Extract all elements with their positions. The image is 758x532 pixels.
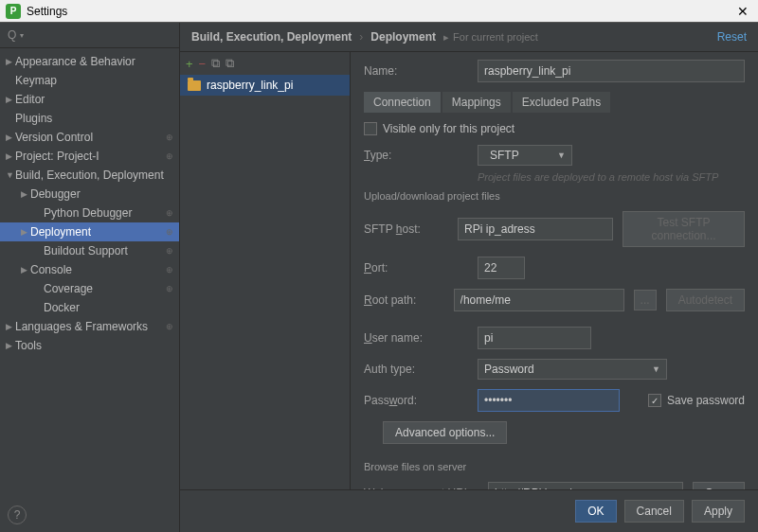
- auth-value: Password: [484, 363, 534, 376]
- sidebar-item[interactable]: Build, Execution, Deployment: [0, 166, 179, 185]
- tree-arrow-icon: [6, 170, 15, 180]
- sidebar-item-label: Python Debugger: [44, 206, 166, 220]
- sidebar-item-label: Plugins: [15, 112, 173, 125]
- pass-label: Password:: [364, 394, 468, 407]
- server-item[interactable]: raspberry_link_pi: [180, 75, 350, 96]
- sidebar-item-label: Keymap: [15, 74, 173, 87]
- save-password-label: Save password: [667, 394, 745, 407]
- visible-only-label: Visible only for this project: [383, 122, 514, 135]
- breadcrumb-current: Deployment: [370, 30, 436, 44]
- tab-excluded[interactable]: Excluded Paths: [513, 92, 610, 113]
- tabs: Connection Mappings Excluded Paths: [364, 92, 745, 113]
- app-icon: P: [6, 4, 21, 19]
- folder-icon: [188, 80, 201, 91]
- project-scope-icon: ⊕: [166, 208, 173, 218]
- sidebar-item[interactable]: Version Control⊕: [0, 128, 179, 147]
- tab-mappings[interactable]: Mappings: [442, 92, 511, 113]
- ok-button[interactable]: OK: [575, 500, 616, 523]
- sidebar-item-label: Debugger: [30, 187, 173, 201]
- sidebar-item[interactable]: Plugins: [0, 109, 179, 128]
- host-input[interactable]: [458, 218, 613, 240]
- sidebar-item[interactable]: Appearance & Behavior: [0, 52, 179, 71]
- apply-button[interactable]: Apply: [692, 500, 745, 523]
- browse-button[interactable]: ...: [634, 290, 657, 310]
- root-input[interactable]: [454, 289, 624, 311]
- sidebar-item[interactable]: Project: Project-I⊕: [0, 147, 179, 166]
- project-scope-icon: ⊕: [166, 246, 173, 256]
- sidebar-item[interactable]: Keymap: [0, 71, 179, 90]
- auth-select[interactable]: Password ▼: [478, 359, 667, 380]
- sidebar-item[interactable]: Python Debugger⊕: [0, 204, 179, 222]
- type-label: Type:: [364, 149, 468, 162]
- root-label: Root path:: [364, 293, 444, 307]
- scope-hint: ▸For current project: [443, 31, 538, 44]
- copy-icon[interactable]: ⧉: [211, 56, 220, 71]
- cancel-button[interactable]: Cancel: [624, 500, 684, 523]
- user-input[interactable]: [478, 327, 591, 349]
- type-value: SFTP: [490, 149, 519, 162]
- sidebar-item-label: Docker: [44, 301, 173, 314]
- advanced-options-button[interactable]: Advanced options...: [383, 421, 507, 444]
- open-button[interactable]: Open: [693, 482, 745, 489]
- server-item-label: raspberry_link_pi: [207, 79, 293, 92]
- web-url-input[interactable]: [488, 482, 683, 489]
- sidebar-item[interactable]: Docker: [0, 298, 179, 317]
- remove-icon[interactable]: −: [199, 57, 207, 71]
- checkbox-icon: [364, 122, 377, 135]
- sidebar: Q▾ Appearance & BehaviorKeymapEditorPlug…: [0, 23, 180, 532]
- sidebar-item[interactable]: Deployment⊕: [0, 222, 179, 241]
- reset-link[interactable]: Reset: [717, 30, 747, 44]
- window-title: Settings: [27, 5, 733, 18]
- sidebar-item-label: Coverage: [44, 282, 166, 295]
- project-scope-icon: ⊕: [166, 265, 173, 275]
- test-connection-button[interactable]: Test SFTP connection...: [623, 211, 745, 247]
- sidebar-item-label: Appearance & Behavior: [15, 55, 173, 68]
- sidebar-item-label: Deployment: [30, 225, 166, 239]
- project-scope-icon: ⊕: [166, 227, 173, 237]
- paste-icon[interactable]: ⧉: [226, 56, 234, 71]
- sidebar-item[interactable]: Tools: [0, 336, 179, 355]
- chevron-down-icon: ▼: [557, 151, 566, 160]
- name-label: Name:: [364, 64, 468, 78]
- sidebar-item[interactable]: Languages & Frameworks⊕: [0, 317, 179, 336]
- tree-arrow-icon: [21, 227, 30, 237]
- help-button[interactable]: ?: [8, 505, 27, 524]
- sidebar-item[interactable]: Coverage⊕: [0, 279, 179, 298]
- close-icon[interactable]: ✕: [733, 4, 752, 19]
- port-input[interactable]: [478, 257, 525, 279]
- section-upload: Upload/download project files: [364, 190, 745, 202]
- server-list-panel: + − ⧉ ⧉ raspberry_link_pi: [180, 52, 351, 489]
- sidebar-item-label: Project: Project-I: [15, 150, 166, 163]
- auth-label: Auth type:: [364, 363, 468, 376]
- name-input[interactable]: [478, 60, 745, 82]
- type-select[interactable]: SFTP ▼: [478, 145, 572, 166]
- tree-arrow-icon: [6, 95, 15, 104]
- sidebar-item[interactable]: Buildout Support⊕: [0, 241, 179, 260]
- sidebar-item-label: Languages & Frameworks: [15, 320, 166, 333]
- section-browse: Browse files on server: [364, 461, 745, 472]
- server-toolbar: + − ⧉ ⧉: [180, 52, 350, 75]
- tree-arrow-icon: [6, 151, 15, 161]
- password-input[interactable]: [478, 389, 620, 412]
- project-scope-icon: ⊕: [166, 151, 173, 161]
- project-scope-icon: ⊕: [166, 133, 173, 142]
- autodetect-button[interactable]: Autodetect: [666, 289, 745, 311]
- sidebar-item-label: Build, Execution, Deployment: [15, 168, 173, 182]
- breadcrumb-root[interactable]: Build, Execution, Deployment: [191, 30, 352, 44]
- sidebar-item[interactable]: Debugger: [0, 185, 179, 204]
- settings-tree: Appearance & BehaviorKeymapEditorPlugins…: [0, 48, 179, 498]
- dialog-buttons: OK Cancel Apply: [180, 489, 758, 532]
- tree-arrow-icon: [21, 189, 30, 199]
- sidebar-item-label: Buildout Support: [44, 244, 166, 257]
- search-input[interactable]: Q▾: [0, 23, 179, 48]
- save-password-checkbox[interactable]: Save password: [648, 394, 745, 407]
- breadcrumb: Build, Execution, Deployment › Deploymen…: [180, 23, 758, 52]
- sidebar-item-label: Version Control: [15, 131, 166, 144]
- add-icon[interactable]: +: [186, 57, 193, 71]
- tree-arrow-icon: [6, 57, 15, 66]
- visible-only-checkbox[interactable]: Visible only for this project: [364, 122, 514, 135]
- sidebar-item[interactable]: Editor: [0, 90, 179, 109]
- chevron-down-icon: ▼: [652, 364, 660, 374]
- sidebar-item[interactable]: Console⊕: [0, 260, 179, 279]
- tab-connection[interactable]: Connection: [364, 92, 441, 113]
